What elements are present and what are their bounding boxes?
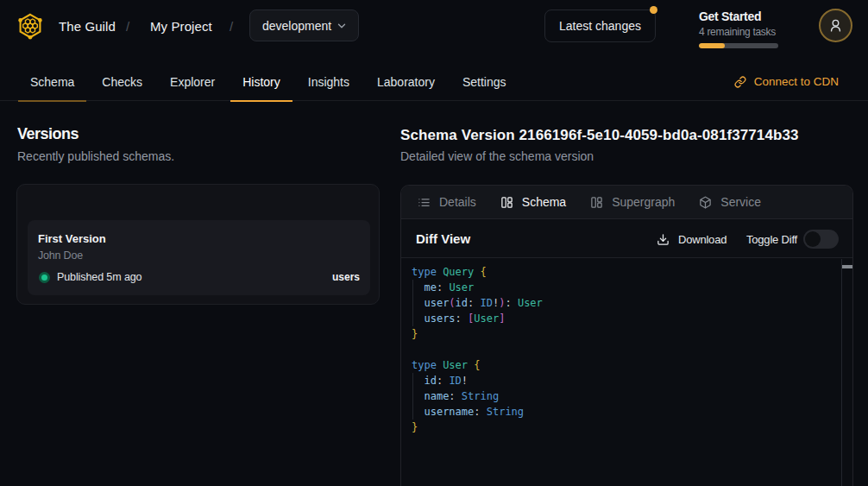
top-bar: The Guild / My Project / development Lat…: [0, 0, 868, 52]
environment-select-value: development: [262, 19, 336, 33]
connect-to-cdn-button[interactable]: Connect to CDN: [734, 62, 839, 101]
detail-tab-service[interactable]: Service: [699, 195, 761, 209]
switch-knob: [805, 231, 821, 247]
layout-panel-icon: [500, 196, 513, 209]
versions-list-card: First Version John Doe Published 5m ago …: [16, 184, 380, 305]
nav-tab-label: Schema: [30, 75, 74, 89]
schema-version-title: Schema Version 2166196f-5e10-4059-bd0a-0…: [400, 127, 858, 144]
nav-tab-settings[interactable]: Settings: [450, 62, 519, 101]
get-started-progress-fill: [699, 43, 725, 48]
nav-tab-underline: [18, 100, 86, 102]
box-icon: [699, 196, 712, 209]
list-icon: [418, 196, 431, 209]
nav-tabs: SchemaChecksExplorerHistoryInsightsLabor…: [18, 62, 519, 101]
chevron-down-icon: [336, 20, 348, 32]
download-button[interactable]: Download: [657, 220, 726, 258]
get-started-title: Get Started: [699, 9, 785, 24]
user-icon: [828, 18, 843, 33]
code-line: type User {: [412, 357, 543, 373]
diff-view-title: Diff View: [416, 231, 470, 246]
scrollbar-thumb[interactable]: [842, 265, 853, 268]
download-label: Download: [678, 233, 726, 246]
indent-guide: [412, 373, 413, 420]
version-detail-tabs: DetailsSchemaSupergraphService: [401, 186, 852, 219]
breadcrumb-separator: /: [126, 0, 129, 52]
get-started-progress: [699, 43, 778, 48]
code-line: users: [User]: [412, 311, 543, 326]
detail-tab-supergraph[interactable]: Supergraph: [590, 195, 675, 209]
layout-panel-icon: [590, 196, 603, 209]
nav-tab-label: Insights: [308, 75, 349, 89]
schema-version-card: DetailsSchemaSupergraphService Diff View…: [400, 185, 853, 486]
avatar-button[interactable]: [819, 9, 852, 42]
version-service-badge: users: [332, 271, 360, 283]
code-line: type Query {: [412, 264, 543, 280]
published-status-dot-core: [41, 275, 47, 281]
overview-ruler: [841, 259, 842, 486]
schema-code-viewer[interactable]: type Query { me: User user(id: ID!): Use…: [401, 259, 852, 486]
code-line: id: ID!: [412, 373, 543, 388]
detail-tab-details[interactable]: Details: [418, 195, 476, 209]
detail-tab-label: Schema: [522, 195, 566, 209]
detail-tab-label: Details: [439, 195, 476, 209]
nav-tab-label: Explorer: [170, 75, 215, 89]
breadcrumb-project[interactable]: My Project: [150, 0, 212, 52]
nav-tab-label: Laboratory: [377, 75, 435, 89]
code-line: }: [412, 420, 543, 435]
nav-tab-label: History: [242, 75, 280, 89]
hive-logo-icon[interactable]: [16, 12, 44, 40]
version-author: John Doe: [38, 249, 360, 262]
page: The Guild / My Project / development Lat…: [0, 0, 868, 486]
versions-title: Versions: [17, 125, 79, 143]
diff-toolbar: Diff View Download Toggle Diff: [401, 220, 852, 258]
published-status-dot: [39, 272, 50, 283]
indent-guide: [412, 280, 413, 326]
nav-tab-insights[interactable]: Insights: [296, 62, 362, 101]
code-line: user(id: ID!): User: [412, 295, 543, 311]
nav-tab-laboratory[interactable]: Laboratory: [365, 62, 447, 101]
toggle-diff-switch[interactable]: [803, 230, 839, 249]
version-status-row: Published 5m ago users: [38, 271, 360, 283]
version-status: Published 5m ago: [57, 271, 142, 283]
nav-tab-label: Settings: [462, 75, 506, 89]
connect-to-cdn-label: Connect to CDN: [754, 75, 839, 88]
environment-select[interactable]: development: [249, 9, 359, 41]
notification-dot: [650, 6, 657, 14]
version-list-item[interactable]: First Version John Doe Published 5m ago …: [28, 220, 370, 295]
graphql-code: type Query { me: User user(id: ID!): Use…: [412, 264, 543, 435]
nav-tab-explorer[interactable]: Explorer: [158, 62, 227, 101]
code-line: username: String: [412, 404, 543, 420]
version-name: First Version: [38, 231, 360, 246]
versions-subtitle: Recently published schemas.: [17, 149, 174, 163]
nav-tab-underline: [230, 100, 292, 102]
toggle-diff-label: Toggle Diff: [746, 220, 797, 258]
page-nav: SchemaChecksExplorerHistoryInsightsLabor…: [0, 62, 868, 101]
schema-version-subtitle: Detailed view of the schema version: [400, 149, 594, 163]
latest-changes-button[interactable]: Latest changes: [544, 9, 656, 42]
link-icon: [734, 76, 746, 88]
detail-tab-label: Service: [720, 195, 761, 209]
nav-tab-checks[interactable]: Checks: [90, 62, 154, 101]
nav-tab-schema[interactable]: Schema: [18, 62, 86, 101]
code-line: [412, 342, 543, 357]
download-icon: [657, 233, 670, 246]
breadcrumb-org[interactable]: The Guild: [59, 0, 116, 52]
detail-tab-schema[interactable]: Schema: [500, 195, 566, 209]
code-line: }: [412, 326, 543, 342]
get-started-subtitle: 4 remaining tasks: [699, 25, 785, 39]
nav-tab-label: Checks: [102, 75, 142, 89]
detail-tab-label: Supergraph: [612, 195, 675, 209]
code-line: me: User: [412, 280, 543, 295]
nav-tab-history[interactable]: History: [230, 62, 292, 101]
get-started-widget[interactable]: Get Started 4 remaining tasks: [699, 9, 785, 48]
code-line: name: String: [412, 388, 543, 404]
breadcrumb-separator: /: [230, 0, 233, 52]
